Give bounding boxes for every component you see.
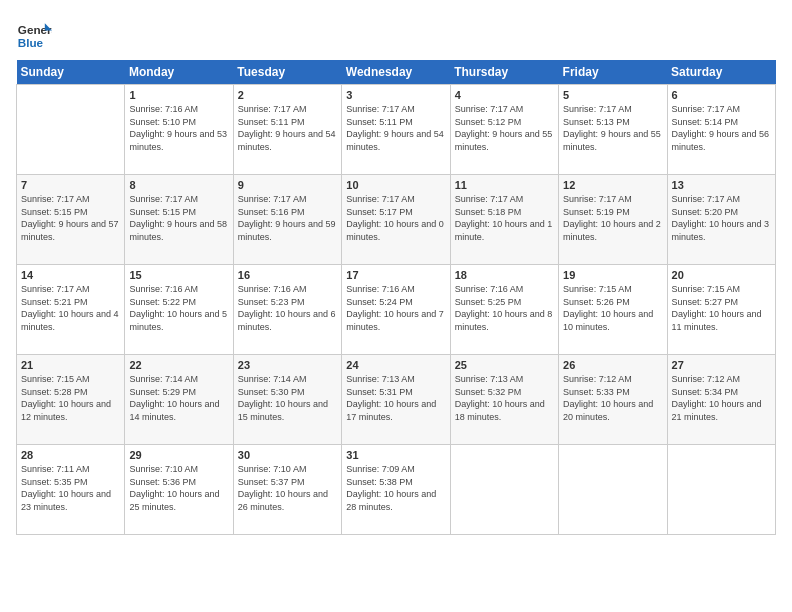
day-header-thursday: Thursday xyxy=(450,60,558,85)
day-number: 16 xyxy=(238,269,337,281)
calendar-cell: 27Sunrise: 7:12 AMSunset: 5:34 PMDayligh… xyxy=(667,355,775,445)
cell-info: Sunrise: 7:10 AMSunset: 5:37 PMDaylight:… xyxy=(238,463,337,513)
calendar-cell: 4Sunrise: 7:17 AMSunset: 5:12 PMDaylight… xyxy=(450,85,558,175)
day-number: 30 xyxy=(238,449,337,461)
calendar-week-row: 1Sunrise: 7:16 AMSunset: 5:10 PMDaylight… xyxy=(17,85,776,175)
day-header-tuesday: Tuesday xyxy=(233,60,341,85)
calendar-cell xyxy=(17,85,125,175)
day-header-monday: Monday xyxy=(125,60,233,85)
cell-info: Sunrise: 7:16 AMSunset: 5:23 PMDaylight:… xyxy=(238,283,337,333)
calendar-cell: 20Sunrise: 7:15 AMSunset: 5:27 PMDayligh… xyxy=(667,265,775,355)
calendar-cell: 19Sunrise: 7:15 AMSunset: 5:26 PMDayligh… xyxy=(559,265,667,355)
calendar-week-row: 21Sunrise: 7:15 AMSunset: 5:28 PMDayligh… xyxy=(17,355,776,445)
cell-info: Sunrise: 7:16 AMSunset: 5:22 PMDaylight:… xyxy=(129,283,228,333)
calendar-cell: 13Sunrise: 7:17 AMSunset: 5:20 PMDayligh… xyxy=(667,175,775,265)
day-number: 8 xyxy=(129,179,228,191)
day-number: 1 xyxy=(129,89,228,101)
calendar-header-row: SundayMondayTuesdayWednesdayThursdayFrid… xyxy=(17,60,776,85)
cell-info: Sunrise: 7:09 AMSunset: 5:38 PMDaylight:… xyxy=(346,463,445,513)
calendar-cell: 25Sunrise: 7:13 AMSunset: 5:32 PMDayligh… xyxy=(450,355,558,445)
calendar-cell xyxy=(667,445,775,535)
calendar-cell: 5Sunrise: 7:17 AMSunset: 5:13 PMDaylight… xyxy=(559,85,667,175)
day-header-wednesday: Wednesday xyxy=(342,60,450,85)
day-number: 4 xyxy=(455,89,554,101)
cell-info: Sunrise: 7:11 AMSunset: 5:35 PMDaylight:… xyxy=(21,463,120,513)
cell-info: Sunrise: 7:17 AMSunset: 5:11 PMDaylight:… xyxy=(238,103,337,153)
svg-text:Blue: Blue xyxy=(18,36,44,49)
day-number: 9 xyxy=(238,179,337,191)
day-number: 23 xyxy=(238,359,337,371)
calendar-week-row: 28Sunrise: 7:11 AMSunset: 5:35 PMDayligh… xyxy=(17,445,776,535)
cell-info: Sunrise: 7:12 AMSunset: 5:34 PMDaylight:… xyxy=(672,373,771,423)
cell-info: Sunrise: 7:16 AMSunset: 5:10 PMDaylight:… xyxy=(129,103,228,153)
day-number: 6 xyxy=(672,89,771,101)
calendar-cell: 15Sunrise: 7:16 AMSunset: 5:22 PMDayligh… xyxy=(125,265,233,355)
day-number: 19 xyxy=(563,269,662,281)
calendar-cell: 22Sunrise: 7:14 AMSunset: 5:29 PMDayligh… xyxy=(125,355,233,445)
calendar-cell: 7Sunrise: 7:17 AMSunset: 5:15 PMDaylight… xyxy=(17,175,125,265)
calendar-cell: 21Sunrise: 7:15 AMSunset: 5:28 PMDayligh… xyxy=(17,355,125,445)
day-number: 21 xyxy=(21,359,120,371)
calendar-cell: 18Sunrise: 7:16 AMSunset: 5:25 PMDayligh… xyxy=(450,265,558,355)
cell-info: Sunrise: 7:14 AMSunset: 5:29 PMDaylight:… xyxy=(129,373,228,423)
calendar-cell: 30Sunrise: 7:10 AMSunset: 5:37 PMDayligh… xyxy=(233,445,341,535)
cell-info: Sunrise: 7:17 AMSunset: 5:16 PMDaylight:… xyxy=(238,193,337,243)
calendar-cell: 11Sunrise: 7:17 AMSunset: 5:18 PMDayligh… xyxy=(450,175,558,265)
day-number: 3 xyxy=(346,89,445,101)
day-number: 15 xyxy=(129,269,228,281)
cell-info: Sunrise: 7:17 AMSunset: 5:20 PMDaylight:… xyxy=(672,193,771,243)
cell-info: Sunrise: 7:15 AMSunset: 5:26 PMDaylight:… xyxy=(563,283,662,333)
day-header-saturday: Saturday xyxy=(667,60,775,85)
cell-info: Sunrise: 7:10 AMSunset: 5:36 PMDaylight:… xyxy=(129,463,228,513)
day-number: 27 xyxy=(672,359,771,371)
calendar-cell: 23Sunrise: 7:14 AMSunset: 5:30 PMDayligh… xyxy=(233,355,341,445)
day-number: 29 xyxy=(129,449,228,461)
day-number: 22 xyxy=(129,359,228,371)
day-number: 7 xyxy=(21,179,120,191)
logo-icon: General Blue xyxy=(16,16,52,52)
cell-info: Sunrise: 7:13 AMSunset: 5:31 PMDaylight:… xyxy=(346,373,445,423)
day-number: 12 xyxy=(563,179,662,191)
cell-info: Sunrise: 7:15 AMSunset: 5:27 PMDaylight:… xyxy=(672,283,771,333)
day-number: 10 xyxy=(346,179,445,191)
cell-info: Sunrise: 7:17 AMSunset: 5:21 PMDaylight:… xyxy=(21,283,120,333)
day-number: 31 xyxy=(346,449,445,461)
calendar-week-row: 7Sunrise: 7:17 AMSunset: 5:15 PMDaylight… xyxy=(17,175,776,265)
day-number: 13 xyxy=(672,179,771,191)
cell-info: Sunrise: 7:14 AMSunset: 5:30 PMDaylight:… xyxy=(238,373,337,423)
calendar-cell: 3Sunrise: 7:17 AMSunset: 5:11 PMDaylight… xyxy=(342,85,450,175)
calendar-cell: 14Sunrise: 7:17 AMSunset: 5:21 PMDayligh… xyxy=(17,265,125,355)
calendar-cell: 9Sunrise: 7:17 AMSunset: 5:16 PMDaylight… xyxy=(233,175,341,265)
calendar-cell: 16Sunrise: 7:16 AMSunset: 5:23 PMDayligh… xyxy=(233,265,341,355)
logo: General Blue xyxy=(16,16,52,52)
day-number: 20 xyxy=(672,269,771,281)
cell-info: Sunrise: 7:17 AMSunset: 5:12 PMDaylight:… xyxy=(455,103,554,153)
cell-info: Sunrise: 7:17 AMSunset: 5:19 PMDaylight:… xyxy=(563,193,662,243)
day-header-friday: Friday xyxy=(559,60,667,85)
day-number: 17 xyxy=(346,269,445,281)
day-number: 26 xyxy=(563,359,662,371)
calendar-table: SundayMondayTuesdayWednesdayThursdayFrid… xyxy=(16,60,776,535)
cell-info: Sunrise: 7:17 AMSunset: 5:14 PMDaylight:… xyxy=(672,103,771,153)
calendar-week-row: 14Sunrise: 7:17 AMSunset: 5:21 PMDayligh… xyxy=(17,265,776,355)
calendar-cell: 24Sunrise: 7:13 AMSunset: 5:31 PMDayligh… xyxy=(342,355,450,445)
calendar-cell: 31Sunrise: 7:09 AMSunset: 5:38 PMDayligh… xyxy=(342,445,450,535)
calendar-cell: 28Sunrise: 7:11 AMSunset: 5:35 PMDayligh… xyxy=(17,445,125,535)
cell-info: Sunrise: 7:17 AMSunset: 5:15 PMDaylight:… xyxy=(129,193,228,243)
calendar-cell: 2Sunrise: 7:17 AMSunset: 5:11 PMDaylight… xyxy=(233,85,341,175)
day-number: 25 xyxy=(455,359,554,371)
calendar-cell: 29Sunrise: 7:10 AMSunset: 5:36 PMDayligh… xyxy=(125,445,233,535)
cell-info: Sunrise: 7:12 AMSunset: 5:33 PMDaylight:… xyxy=(563,373,662,423)
cell-info: Sunrise: 7:17 AMSunset: 5:15 PMDaylight:… xyxy=(21,193,120,243)
day-number: 2 xyxy=(238,89,337,101)
day-header-sunday: Sunday xyxy=(17,60,125,85)
calendar-cell: 8Sunrise: 7:17 AMSunset: 5:15 PMDaylight… xyxy=(125,175,233,265)
cell-info: Sunrise: 7:17 AMSunset: 5:18 PMDaylight:… xyxy=(455,193,554,243)
calendar-cell xyxy=(559,445,667,535)
cell-info: Sunrise: 7:13 AMSunset: 5:32 PMDaylight:… xyxy=(455,373,554,423)
cell-info: Sunrise: 7:16 AMSunset: 5:25 PMDaylight:… xyxy=(455,283,554,333)
calendar-cell xyxy=(450,445,558,535)
cell-info: Sunrise: 7:17 AMSunset: 5:17 PMDaylight:… xyxy=(346,193,445,243)
day-number: 18 xyxy=(455,269,554,281)
calendar-cell: 26Sunrise: 7:12 AMSunset: 5:33 PMDayligh… xyxy=(559,355,667,445)
